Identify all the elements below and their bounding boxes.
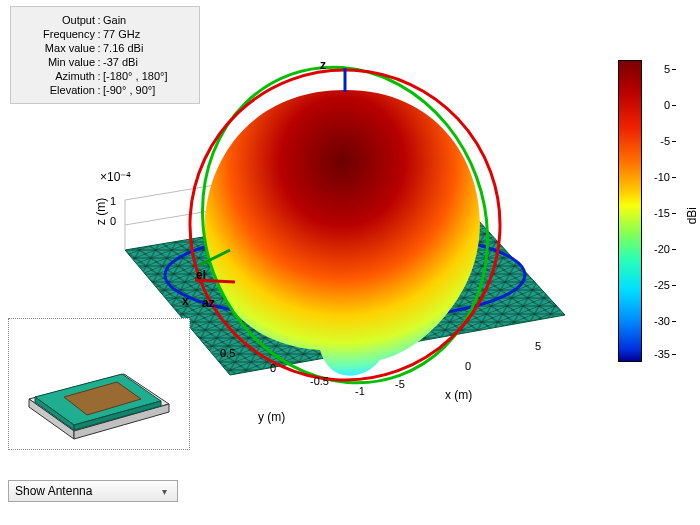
colorbar-tick: -35 (646, 348, 670, 360)
z-axis-label: z (m) (94, 198, 108, 225)
y-axis-label: y (m) (258, 410, 285, 424)
info-label: Elevation (27, 83, 95, 97)
x-ticks: -5 0 5 (395, 340, 541, 390)
el-marker: el (196, 268, 206, 282)
info-value: 77 GHz (103, 27, 191, 41)
colorbar-tick: -15 (646, 207, 670, 219)
svg-text:1: 1 (110, 195, 116, 207)
chevron-down-icon: ▾ (157, 486, 171, 497)
colorbar-ticks: 5 0 -5 -10 -15 -20 -25 -30 -35 (646, 60, 670, 360)
colorbar (618, 60, 642, 362)
colorbar-tick: 0 (646, 99, 670, 111)
dropdown-selected-label: Show Antenna (15, 484, 157, 498)
svg-text:0: 0 (270, 362, 276, 374)
svg-text:-0.5: -0.5 (310, 375, 329, 387)
info-value: Gain (103, 13, 191, 27)
svg-text:0: 0 (110, 215, 116, 227)
info-colon: : (95, 27, 103, 41)
colorbar-tick: -25 (646, 279, 670, 291)
colorbar-tick: -10 (646, 171, 670, 183)
svg-text:0: 0 (465, 360, 471, 372)
info-label: Min value (27, 55, 95, 69)
info-label: Output (27, 13, 95, 27)
colorbar-tick: -20 (646, 243, 670, 255)
info-label: Max value (27, 41, 95, 55)
svg-text:-1: -1 (355, 385, 365, 397)
colorbar-label: dBi (685, 207, 699, 224)
svg-text:-5: -5 (395, 378, 405, 390)
x-marker: x (182, 294, 189, 308)
colorbar-tick: 5 (646, 63, 670, 75)
info-colon: : (95, 13, 103, 27)
z-axis-marker: z (320, 58, 326, 72)
colorbar-tick: -5 (646, 135, 670, 147)
info-label: Azimuth (27, 69, 95, 83)
antenna-inset-panel (8, 318, 190, 450)
svg-text:0.5: 0.5 (220, 347, 235, 359)
info-row: Output : Gain (19, 13, 191, 27)
z-ticks: 0 1 (110, 195, 116, 227)
az-marker: az (202, 296, 215, 310)
svg-text:5: 5 (535, 340, 541, 352)
show-antenna-dropdown[interactable]: Show Antenna ▾ (8, 480, 178, 502)
info-label: Frequency (27, 27, 95, 41)
antenna-inset-svg (9, 319, 189, 449)
colorbar-tick: -30 (646, 315, 670, 327)
z-axis-exp: ×10⁻⁴ (100, 170, 131, 184)
info-row: Frequency : 77 GHz (19, 27, 191, 41)
x-axis-label: x (m) (445, 388, 472, 402)
